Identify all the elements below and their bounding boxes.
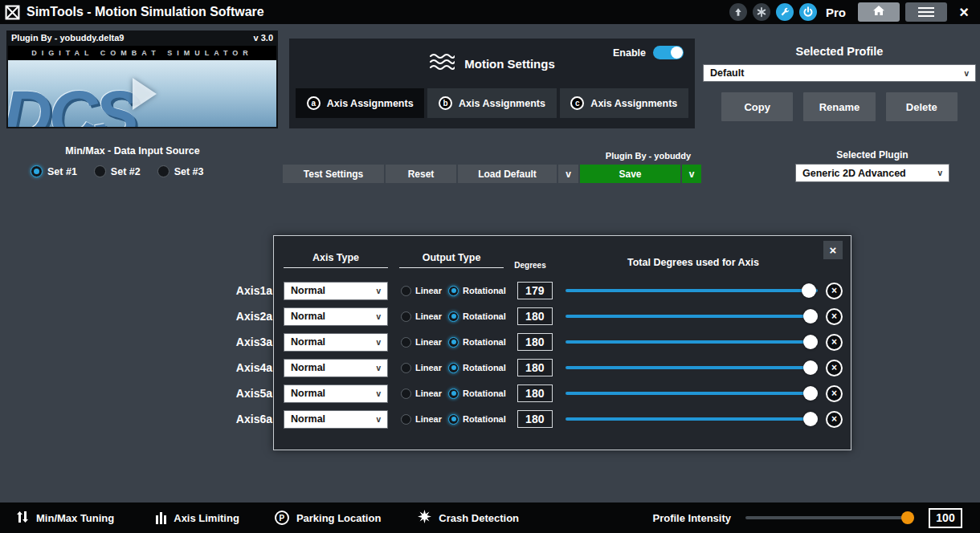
linear-option[interactable]: Linear [401,414,442,425]
game-artwork: DCS [8,60,276,127]
rotational-option[interactable]: Rotational [448,286,506,296]
linear-radio[interactable] [401,311,411,322]
test-settings-button[interactable]: Test Settings [283,165,384,183]
degrees-slider[interactable] [566,360,818,376]
set-2-option[interactable]: Set #2 [94,165,141,177]
clear-axis-button[interactable]: × [826,308,843,325]
crash-detection-button[interactable]: Crash Detection [418,510,519,526]
play-icon[interactable] [133,78,157,110]
profile-intensity-slider[interactable] [745,511,914,525]
linear-option[interactable]: Linear [401,286,442,296]
axis-row-1: Axis1a Normal v Linear Rotational 179 [284,281,843,300]
set-1-option[interactable]: Set #1 [31,165,77,177]
linear-radio[interactable] [401,337,411,348]
tab-axis-assignments-b[interactable]: b Axis Assignments [427,88,556,118]
rename-profile-button[interactable]: Rename [803,92,875,121]
game-preview-image[interactable]: DIGITAL COMBAT SIMULATOR DCS [8,46,276,127]
titlebar: SimTools - Motion Simulation Software Pr… [0,0,980,24]
linear-option[interactable]: Linear [401,389,442,399]
slider-knob[interactable] [803,309,818,323]
rotational-option[interactable]: Rotational [448,337,506,348]
slider-track [566,289,818,292]
degrees-slider[interactable] [566,411,818,427]
home-button[interactable] [858,2,900,22]
slider-knob[interactable] [803,386,818,401]
rotational-radio[interactable] [448,286,459,296]
degrees-slider[interactable] [566,334,818,350]
plugin-panel: Plugin By - yobuddy.delta9 v 3.0 DIGITAL… [6,31,278,128]
rotational-radio[interactable] [448,363,459,373]
menu-button[interactable] [905,2,947,22]
rotational-option[interactable]: Rotational [448,414,506,425]
axis-limiting-label: Axis Limiting [174,512,239,524]
axis-type-select[interactable]: Normal v [284,333,388,352]
minmax-tuning-button[interactable]: Min/Max Tuning [16,511,114,526]
rotational-radio[interactable] [448,414,459,425]
slider-knob[interactable] [901,511,914,524]
profile-select[interactable]: Default v [703,64,976,82]
rotational-radio[interactable] [448,389,459,399]
rotational-option[interactable]: Rotational [448,363,506,373]
load-default-dropdown-button[interactable]: v [558,165,578,183]
chevron-down-icon: v [376,415,381,424]
rotational-option[interactable]: Rotational [448,389,506,399]
tab-axis-assignments-c[interactable]: c Axis Assignments [560,88,688,118]
settings-asterisk-icon[interactable] [753,3,770,21]
tools-wrench-icon[interactable] [776,3,794,21]
linear-radio[interactable] [401,363,411,373]
save-button[interactable]: Save [580,165,680,183]
clear-axis-button[interactable]: × [826,411,843,428]
clear-axis-button[interactable]: × [826,385,843,402]
linear-option[interactable]: Linear [401,311,442,322]
axis-type-select[interactable]: Normal v [284,384,388,403]
rotational-radio[interactable] [448,311,459,322]
home-icon [872,4,885,20]
axis-type-value: Normal [291,362,325,373]
linear-label: Linear [415,363,442,372]
enable-toggle[interactable] [653,46,684,59]
slider-knob[interactable] [802,283,816,298]
set-1-radio[interactable] [31,165,43,177]
degrees-slider[interactable] [566,385,818,401]
parking-location-button[interactable]: P Parking Location [275,511,381,525]
degrees-slider[interactable] [566,308,818,324]
reset-button[interactable]: Reset [386,165,456,183]
clear-axis-button[interactable]: × [826,283,843,299]
selected-plugin-select[interactable]: Generic 2D Advanced v [795,164,949,182]
set-3-radio[interactable] [157,165,169,177]
copy-profile-button[interactable]: Copy [721,92,793,121]
slider-knob[interactable] [803,412,818,426]
delete-profile-button[interactable]: Delete [886,92,958,121]
axis-type-select[interactable]: Normal v [284,359,388,377]
linear-radio[interactable] [401,286,411,296]
rotational-radio[interactable] [448,337,459,348]
tab-axis-assignments-a[interactable]: a Axis Assignments [296,88,424,118]
slider-knob[interactable] [803,335,818,349]
minmax-arrows-icon [16,511,29,526]
rotational-option[interactable]: Rotational [448,311,506,322]
save-dropdown-button[interactable]: v [682,165,701,183]
axis-type-select[interactable]: Normal v [284,307,388,326]
clear-axis-button[interactable]: × [826,360,843,376]
degrees-slider[interactable] [566,283,818,299]
close-panel-button[interactable]: × [823,241,843,259]
set-3-option[interactable]: Set #3 [157,165,204,177]
linear-radio[interactable] [401,389,411,399]
linear-radio[interactable] [401,414,411,425]
linear-option[interactable]: Linear [401,337,442,348]
slider-knob[interactable] [803,360,818,375]
close-window-button[interactable]: × [953,2,975,22]
set-2-radio[interactable] [94,165,106,177]
axis-label: Axis3a [219,336,272,348]
linear-option[interactable]: Linear [401,363,442,373]
axis-type-select[interactable]: Normal v [284,282,388,300]
simtools-app: SimTools - Motion Simulation Software Pr… [0,0,980,533]
axis-type-select[interactable]: Normal v [284,410,388,429]
axis-row-5: Axis5a Normal v Linear Rotational 180 [284,384,843,403]
load-default-button[interactable]: Load Default [458,165,557,183]
clear-axis-button[interactable]: × [826,334,843,351]
bottom-toolbar: Min/Max Tuning Axis Limiting P Parking L… [0,502,980,533]
power-icon[interactable] [799,3,817,21]
axis-limiting-button[interactable]: Axis Limiting [156,512,239,524]
update-upload-icon[interactable] [729,3,747,21]
